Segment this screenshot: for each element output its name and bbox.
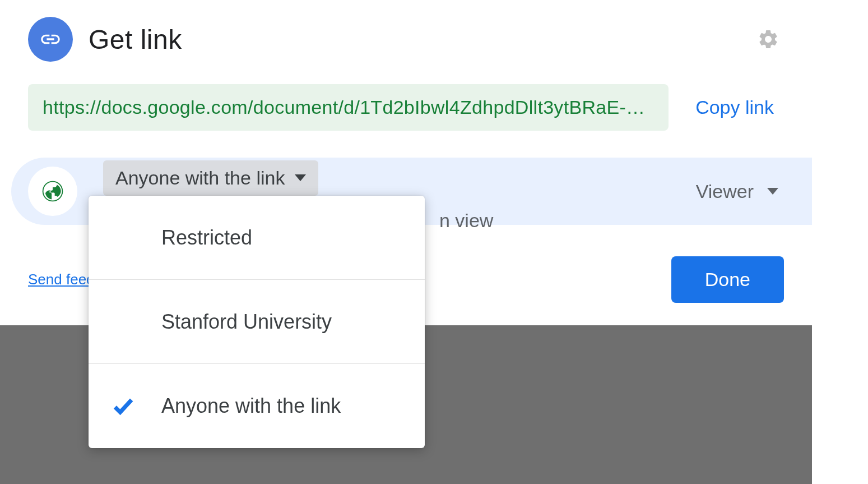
dialog-title: Get link — [89, 24, 737, 55]
settings-button[interactable] — [753, 24, 784, 55]
access-option-restricted[interactable]: Restricted — [89, 196, 425, 280]
access-scope-label: Anyone with the link — [115, 167, 285, 189]
access-scope-dropdown[interactable]: Anyone with the link — [103, 160, 318, 196]
role-label: Viewer — [696, 181, 754, 202]
access-option-stanford[interactable]: Stanford University — [89, 280, 425, 364]
role-dropdown[interactable]: Viewer — [690, 175, 784, 208]
copy-link-button[interactable]: Copy link — [685, 91, 784, 124]
access-option-label: Stanford University — [161, 310, 332, 334]
access-subtext-fragment: n view — [439, 210, 493, 232]
check-icon — [111, 394, 161, 418]
chevron-down-icon — [767, 188, 778, 195]
dialog-header: Get link — [28, 17, 784, 62]
access-option-label: Restricted — [161, 226, 252, 250]
globe-icon — [28, 167, 77, 216]
chevron-down-icon — [295, 174, 306, 181]
access-option-label: Anyone with the link — [161, 394, 341, 418]
link-row: https://docs.google.com/document/d/1Td2b… — [28, 84, 784, 131]
done-button[interactable]: Done — [671, 256, 784, 303]
access-scope-menu: Restricted Stanford University Anyone wi… — [89, 196, 425, 448]
link-icon — [28, 17, 73, 62]
gear-icon — [757, 28, 779, 50]
share-url-box[interactable]: https://docs.google.com/document/d/1Td2b… — [28, 84, 669, 131]
access-option-anyone[interactable]: Anyone with the link — [89, 364, 425, 448]
send-feedback-link[interactable]: Send feed — [28, 271, 95, 288]
